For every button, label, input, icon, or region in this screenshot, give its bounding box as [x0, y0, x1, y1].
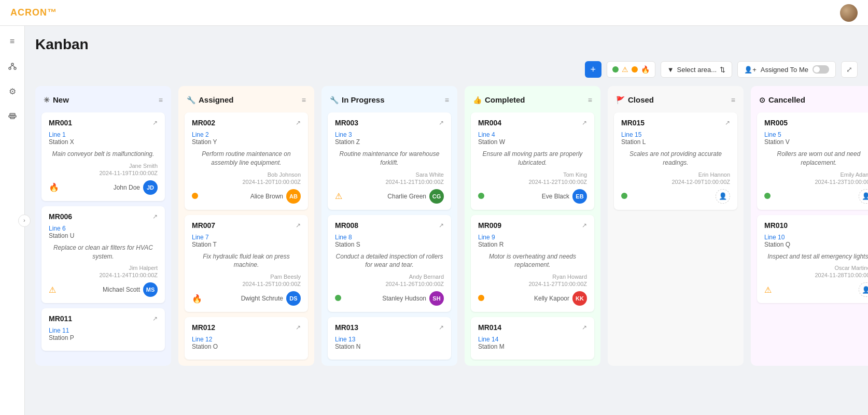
assigned-to-me-toggle[interactable]: 👤+ Assigned To Me — [737, 61, 836, 78]
column-filter-new[interactable]: ≡ — [159, 96, 163, 104]
settings-icon[interactable]: ⚙ — [5, 84, 20, 98]
column-inprogress: 🔧 In Progress ≡ MR003 ↗ Line 3 Station Z… — [321, 86, 457, 366]
priority-warn-badge: ⚠ — [764, 285, 772, 294]
external-link-icon[interactable]: ↗ — [296, 119, 301, 126]
kanban-card[interactable]: MR006 ↗ Line 6 Station U Replace or clea… — [41, 206, 165, 304]
card-assigned-to: Alice Brown AB — [250, 189, 301, 204]
card-assigned-to: 👤 — [859, 189, 868, 204]
kanban-card[interactable]: MR003 ↗ Line 3 Station Z Routine mainten… — [328, 112, 451, 210]
no-avatar: 👤 — [859, 282, 868, 297]
card-priority — [478, 294, 484, 303]
external-link-icon[interactable]: ↗ — [439, 222, 444, 229]
card-line: Line 10 — [764, 234, 868, 241]
priority-orange-badge — [192, 193, 198, 199]
kanban-card[interactable]: MR013 ↗ Line 13 Station N — [328, 317, 451, 360]
svg-rect-6 — [10, 113, 15, 115]
card-description: Fix hydraulic fluid leak on press machin… — [192, 252, 301, 270]
card-description: Scales are not providing accurate readin… — [621, 150, 730, 167]
assigned-to-name: John Doe — [114, 184, 140, 191]
assigned-to-name: Alice Brown — [250, 193, 283, 200]
column-cancelled: ⊙ Cancelled ≡ MR005 ↗ Line 5 Station V R… — [751, 86, 868, 366]
card-id: MR008 — [335, 221, 358, 230]
page-header: Kanban — [35, 36, 858, 53]
kanban-card[interactable]: MR001 ↗ Line 1 Station X Main conveyor b… — [41, 112, 165, 201]
card-id: MR002 — [192, 119, 215, 127]
kanban-card[interactable]: MR007 ↗ Line 7 Station T Fix hydraulic f… — [185, 215, 308, 312]
priority-green-badge — [621, 193, 627, 199]
column-assigned: 🔧 Assigned ≡ MR002 ↗ Line 2 Station Y Pe… — [178, 86, 314, 366]
card-assignee: Andy Bernard — [335, 274, 444, 280]
card-id: MR001 — [49, 119, 72, 127]
card-description: Rollers are worn out and need replacemen… — [764, 150, 868, 167]
assigned-to-name: Stanley Hudson — [382, 295, 426, 302]
card-assigned-to: John Doe JD — [114, 180, 158, 195]
column-header-closed: 🚩 Closed ≡ — [614, 92, 737, 107]
external-link-icon[interactable]: ↗ — [582, 324, 587, 331]
kanban-card[interactable]: MR014 ↗ Line 14 Station M — [471, 317, 594, 360]
kanban-card[interactable]: MR011 ↗ Line 11 Station P — [41, 308, 165, 351]
external-link-icon[interactable]: ↗ — [296, 222, 301, 229]
priority-green-filter[interactable] — [612, 66, 619, 73]
avatar: CG — [429, 189, 444, 204]
column-label-completed: Completed — [485, 95, 525, 104]
card-assignee: Ryan Howard — [478, 274, 587, 280]
column-label-cancelled: Cancelled — [768, 95, 805, 104]
card-description: Perform routine maintenance on assembly … — [192, 150, 301, 167]
kanban-card[interactable]: MR010 ↗ Line 10 Station Q Inspect and te… — [757, 215, 868, 304]
main-layout: ≡ ⚙ › Kanban + — [0, 26, 868, 415]
toolbar: + ⚠ 🔥 ▼ Select area... ⇅ 👤+ Assigned To … — [35, 61, 858, 78]
card-assigned-to: Michael Scott MS — [103, 282, 158, 297]
card-station: Station W — [478, 138, 587, 146]
external-link-icon[interactable]: ↗ — [725, 119, 730, 126]
card-priority — [621, 192, 627, 201]
priority-warn-filter[interactable]: ⚠ — [622, 65, 628, 74]
external-link-icon[interactable]: ↗ — [152, 315, 158, 322]
svg-point-1 — [9, 67, 11, 69]
external-link-icon[interactable]: ↗ — [582, 222, 587, 229]
assigned-to-name: Michael Scott — [103, 286, 140, 293]
kanban-card[interactable]: MR015 ↗ Line 15 Station L Scales are not… — [614, 112, 737, 210]
external-link-icon[interactable]: ↗ — [152, 213, 158, 220]
kanban-card[interactable]: MR004 ↗ Line 4 Station W Ensure all movi… — [471, 112, 594, 210]
card-line: Line 2 — [192, 131, 301, 138]
kanban-card[interactable]: MR009 ↗ Line 9 Station R Motor is overhe… — [471, 215, 594, 312]
column-label-new: New — [53, 95, 69, 104]
kanban-card[interactable]: MR008 ↗ Line 8 Station S Conduct a detai… — [328, 215, 451, 312]
card-description: Ensure all moving parts are properly lub… — [478, 150, 587, 167]
priority-orange-filter[interactable] — [632, 66, 638, 73]
card-line: Line 9 — [478, 234, 587, 241]
kanban-card[interactable]: MR005 ↗ Line 5 Station V Rollers are wor… — [757, 112, 868, 210]
layers-icon[interactable]: ≡ — [5, 34, 20, 49]
column-filter-inprogress[interactable]: ≡ — [445, 96, 449, 104]
toggle-switch[interactable] — [813, 65, 829, 74]
external-link-icon[interactable]: ↗ — [439, 119, 444, 126]
kanban-card[interactable]: MR002 ↗ Line 2 Station Y Perform routine… — [185, 112, 308, 210]
card-date: 2024-11-26T10:00:00Z — [335, 281, 444, 287]
card-line: Line 12 — [192, 336, 301, 343]
external-link-icon[interactable]: ↗ — [439, 324, 444, 331]
card-station: Station Z — [335, 138, 444, 146]
card-date: 2024-11-27T10:00:00Z — [478, 281, 587, 287]
expand-button[interactable]: ⤢ — [841, 61, 858, 78]
card-assignee: Jim Halpert — [49, 265, 158, 271]
sidebar-expand-arrow[interactable]: › — [18, 214, 31, 227]
external-link-icon[interactable]: ↗ — [582, 119, 587, 126]
external-link-icon[interactable]: ↗ — [296, 324, 301, 331]
external-link-icon[interactable]: ↗ — [152, 119, 158, 126]
column-icon-cancelled: ⊙ — [759, 95, 765, 104]
column-filter-assigned[interactable]: ≡ — [302, 96, 306, 104]
card-station: Station V — [764, 138, 868, 146]
select-area-button[interactable]: ▼ Select area... ⇅ — [661, 61, 732, 78]
column-filter-completed[interactable]: ≡ — [588, 96, 592, 104]
avatar: DS — [286, 291, 301, 306]
user-avatar[interactable] — [840, 4, 858, 22]
tools-icon[interactable] — [5, 109, 20, 123]
column-filter-closed[interactable]: ≡ — [731, 96, 735, 104]
no-avatar: 👤 — [859, 189, 868, 204]
sort-icon: ⇅ — [720, 66, 725, 74]
kanban-card[interactable]: MR012 ↗ Line 12 Station O — [185, 317, 308, 360]
card-description: Conduct a detailed inspection of rollers… — [335, 252, 444, 270]
network-icon[interactable] — [5, 59, 20, 74]
add-button[interactable]: + — [585, 61, 601, 78]
priority-fire-filter[interactable]: 🔥 — [641, 65, 650, 74]
